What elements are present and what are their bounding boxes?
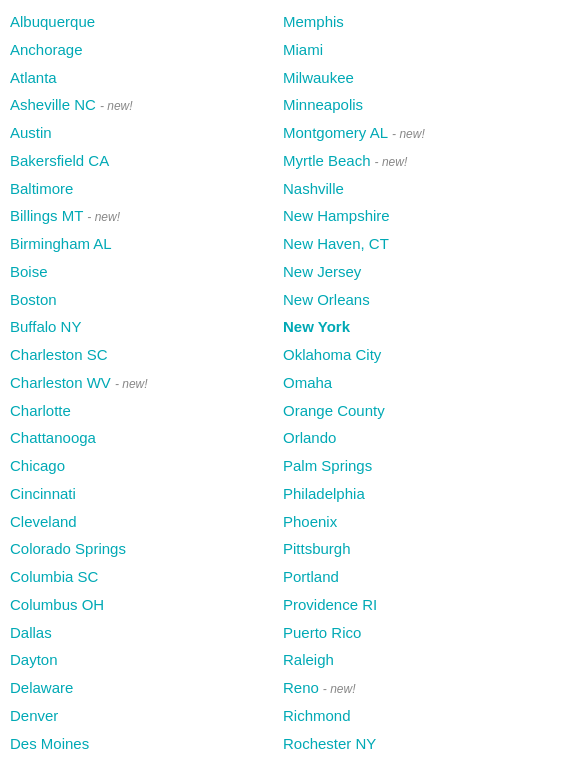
new-badge: - new! — [87, 209, 120, 226]
list-item: Charleston SC — [10, 341, 283, 369]
city-link[interactable]: Montgomery AL — [283, 122, 388, 144]
list-item: Austin — [10, 119, 283, 147]
list-item: Columbus OH — [10, 591, 283, 619]
list-item: New Hampshire — [283, 202, 556, 230]
column-right: MemphisMiamiMilwaukeeMinneapolisMontgome… — [283, 8, 556, 761]
city-link[interactable]: Raleigh — [283, 649, 334, 671]
new-badge: - new! — [115, 376, 148, 393]
city-link[interactable]: Oklahoma City — [283, 344, 381, 366]
city-link[interactable]: Miami — [283, 39, 323, 61]
city-link[interactable]: Omaha — [283, 372, 332, 394]
city-link[interactable]: Phoenix — [283, 511, 337, 533]
city-link[interactable]: Columbia SC — [10, 566, 98, 588]
city-link[interactable]: New York — [283, 316, 350, 338]
city-link[interactable]: New Orleans — [283, 289, 370, 311]
list-item: Cincinnati — [10, 480, 283, 508]
city-link[interactable]: Orlando — [283, 427, 336, 449]
list-item: Sacramento — [283, 757, 556, 761]
city-link[interactable]: Cincinnati — [10, 483, 76, 505]
list-item: Colorado Springs — [10, 535, 283, 563]
list-item: Reno- new! — [283, 674, 556, 702]
list-item: Memphis — [283, 8, 556, 36]
list-item: Asheville NC- new! — [10, 91, 283, 119]
city-link[interactable]: Austin — [10, 122, 52, 144]
city-link[interactable]: Buffalo NY — [10, 316, 81, 338]
city-link[interactable]: Milwaukee — [283, 67, 354, 89]
city-link[interactable]: Anchorage — [10, 39, 83, 61]
city-link[interactable]: Des Moines — [10, 733, 89, 755]
list-item: Providence RI — [283, 591, 556, 619]
new-badge: - new! — [392, 126, 425, 143]
city-link[interactable]: Reno — [283, 677, 319, 699]
city-link[interactable]: Chicago — [10, 455, 65, 477]
list-item: Phoenix — [283, 508, 556, 536]
city-link[interactable]: New Hampshire — [283, 205, 390, 227]
city-link[interactable]: Billings MT — [10, 205, 83, 227]
city-link[interactable]: Palm Springs — [283, 455, 372, 477]
city-link[interactable]: Nashville — [283, 178, 344, 200]
city-link[interactable]: Providence RI — [283, 594, 377, 616]
list-item: Boston — [10, 286, 283, 314]
list-item: Miami — [283, 36, 556, 64]
list-item: Birmingham AL — [10, 230, 283, 258]
list-item: New Haven, CT — [283, 230, 556, 258]
city-link[interactable]: Minneapolis — [283, 94, 363, 116]
list-item: Puerto Rico — [283, 619, 556, 647]
list-item: New York — [283, 313, 556, 341]
city-link[interactable]: Denver — [10, 705, 58, 727]
city-link[interactable]: Dayton — [10, 649, 58, 671]
city-link[interactable]: Cleveland — [10, 511, 77, 533]
list-item: Albuquerque — [10, 8, 283, 36]
list-item: Delaware — [10, 674, 283, 702]
new-badge: - new! — [100, 98, 133, 115]
city-link[interactable]: Pittsburgh — [283, 538, 351, 560]
city-link[interactable]: Dallas — [10, 622, 52, 644]
city-link[interactable]: Portland — [283, 566, 339, 588]
city-link[interactable]: Philadelphia — [283, 483, 365, 505]
city-link[interactable]: Boston — [10, 289, 57, 311]
city-link[interactable]: Columbus OH — [10, 594, 104, 616]
city-link[interactable]: Rochester NY — [283, 733, 376, 755]
list-item: Dayton — [10, 646, 283, 674]
city-link[interactable]: New Haven, CT — [283, 233, 389, 255]
list-item: Columbia SC — [10, 563, 283, 591]
city-link[interactable]: Memphis — [283, 11, 344, 33]
city-link[interactable]: Baltimore — [10, 178, 73, 200]
list-item: Nashville — [283, 175, 556, 203]
city-link[interactable]: Delaware — [10, 677, 73, 699]
list-item: Chattanooga — [10, 424, 283, 452]
city-link[interactable]: New Jersey — [283, 261, 361, 283]
list-item: Bakersfield CA — [10, 147, 283, 175]
list-item: New Orleans — [283, 286, 556, 314]
list-item: Omaha — [283, 369, 556, 397]
list-item: Rochester NY — [283, 730, 556, 758]
city-link[interactable]: Asheville NC — [10, 94, 96, 116]
list-item: Boise — [10, 258, 283, 286]
list-item: Billings MT- new! — [10, 202, 283, 230]
list-item: New Jersey — [283, 258, 556, 286]
city-link[interactable]: Bakersfield CA — [10, 150, 109, 172]
list-item: Richmond — [283, 702, 556, 730]
city-link[interactable]: Charleston SC — [10, 344, 108, 366]
list-item: Anchorage — [10, 36, 283, 64]
city-link[interactable]: Boise — [10, 261, 48, 283]
list-item: Des Moines — [10, 730, 283, 758]
list-item: Montgomery AL- new! — [283, 119, 556, 147]
city-link[interactable]: Albuquerque — [10, 11, 95, 33]
list-item: Raleigh — [283, 646, 556, 674]
new-badge: - new! — [375, 154, 408, 171]
list-item: Dallas — [10, 619, 283, 647]
city-link[interactable]: Chattanooga — [10, 427, 96, 449]
city-link[interactable]: Richmond — [283, 705, 351, 727]
city-link[interactable]: Myrtle Beach — [283, 150, 371, 172]
city-link[interactable]: Colorado Springs — [10, 538, 126, 560]
city-link[interactable]: Puerto Rico — [283, 622, 361, 644]
city-link[interactable]: Orange County — [283, 400, 385, 422]
column-left: AlbuquerqueAnchorageAtlantaAsheville NC-… — [10, 8, 283, 761]
city-link[interactable]: Atlanta — [10, 67, 57, 89]
city-link[interactable]: Charleston WV — [10, 372, 111, 394]
city-link[interactable]: Birmingham AL — [10, 233, 112, 255]
list-item: Atlanta — [10, 64, 283, 92]
city-link[interactable]: Charlotte — [10, 400, 71, 422]
list-item: Milwaukee — [283, 64, 556, 92]
